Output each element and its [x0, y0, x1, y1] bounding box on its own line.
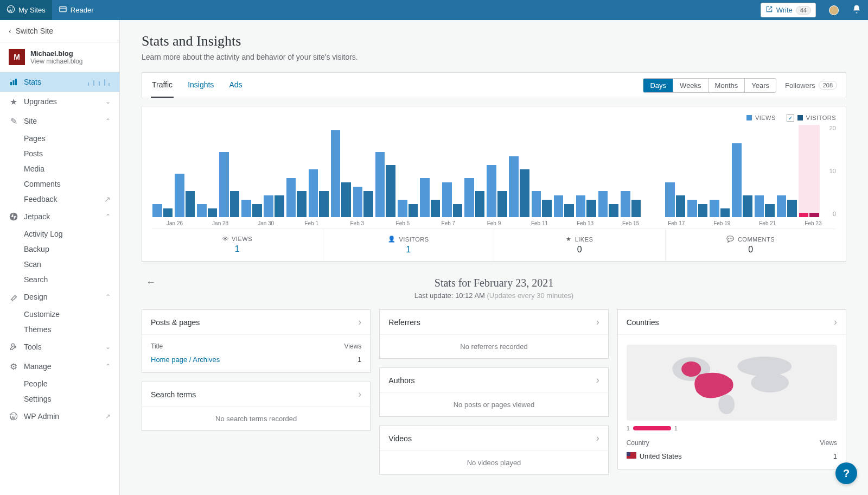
sidebar-item-media[interactable]: Media: [0, 161, 119, 176]
y-axis: 20 10 0: [820, 125, 836, 217]
legend-visitors[interactable]: ✓VISITORS: [787, 114, 836, 122]
panel-posts-pages: Posts & pages› TitleViews Home page / Ar…: [142, 309, 371, 373]
pencil-icon: ✎: [9, 116, 18, 126]
sidebar-item-feedback[interactable]: Feedback↗: [0, 192, 119, 207]
world-map[interactable]: [627, 345, 837, 421]
chart-day-column[interactable]: [598, 125, 619, 217]
chart-day-column[interactable]: [642, 125, 663, 217]
chart-day-column[interactable]: [553, 125, 575, 217]
chevron-right-icon: ›: [358, 316, 361, 328]
sidebar-item-activity-log[interactable]: Activity Log: [0, 226, 119, 242]
sidebar-item-comments[interactable]: Comments: [0, 176, 119, 192]
table-row[interactable]: United States1: [627, 449, 837, 464]
sidebar-item-pages[interactable]: Pages: [0, 131, 119, 146]
help-button[interactable]: ?: [835, 462, 857, 484]
chart-day-column[interactable]: [709, 125, 730, 217]
chart-day-column[interactable]: [353, 125, 374, 217]
legend-views[interactable]: VIEWS: [746, 115, 776, 121]
chart-day-column[interactable]: [731, 125, 752, 217]
chart-day-column[interactable]: [196, 125, 218, 217]
sidebar-item-site[interactable]: ✎ Site ⌃: [0, 111, 119, 131]
chart-day-column[interactable]: [486, 125, 507, 217]
range-days[interactable]: Days: [643, 79, 673, 92]
chart-day-column[interactable]: [286, 125, 307, 217]
empty-state: No posts or pages viewed: [380, 393, 608, 416]
chart-day-column[interactable]: [687, 125, 708, 217]
chart-day-column[interactable]: [531, 125, 552, 217]
sidebar-item-settings[interactable]: Settings: [0, 391, 119, 407]
chart-day-column[interactable]: [219, 125, 240, 217]
chart-day-column[interactable]: [776, 125, 797, 217]
svg-rect-3: [10, 82, 12, 85]
svg-rect-4: [13, 80, 15, 85]
chart-day-column[interactable]: [375, 125, 396, 217]
chart-day-column[interactable]: [174, 125, 195, 217]
sidebar-item-tools[interactable]: Tools ⌄: [0, 337, 119, 357]
sidebar-item-manage[interactable]: ⚙ Manage ⌃: [0, 357, 119, 376]
chart-day-column[interactable]: [308, 125, 329, 217]
panel-authors: Authors› No posts or pages viewed: [379, 367, 608, 417]
tab-traffic[interactable]: Traffic: [151, 73, 174, 98]
bar-chart[interactable]: [152, 125, 820, 217]
chart-day-column[interactable]: [152, 125, 173, 217]
back-arrow-button[interactable]: ←: [146, 277, 156, 288]
chart-day-column[interactable]: [397, 125, 418, 217]
masterbar-reader-label: Reader: [71, 6, 94, 14]
sidebar-item-people[interactable]: People: [0, 376, 119, 391]
followers-label: Followers: [785, 81, 815, 90]
panel-header[interactable]: Search terms›: [142, 382, 370, 407]
sidebar-item-wp-admin[interactable]: WP Admin ↗: [0, 407, 119, 426]
panel-header[interactable]: Authors›: [380, 368, 608, 393]
chart-day-column[interactable]: [442, 125, 463, 217]
followers-link[interactable]: Followers 208: [785, 81, 837, 90]
sidebar-item-upgrades[interactable]: ★ Upgrades ⌄: [0, 92, 119, 111]
panel-countries: Countries› 11: [617, 309, 846, 469]
chart-day-column[interactable]: [241, 125, 262, 217]
chevron-left-icon: ‹: [9, 27, 11, 35]
chart-day-column[interactable]: [576, 125, 597, 217]
panel-header[interactable]: Referrers›: [380, 310, 608, 335]
sidebar-item-themes[interactable]: Themes: [0, 322, 119, 337]
panel-header[interactable]: Videos›: [380, 426, 608, 451]
chart-day-column[interactable]: [799, 125, 820, 217]
chart-day-column[interactable]: [665, 125, 686, 217]
sidebar-item-label: Site: [24, 117, 37, 125]
chart-day-column[interactable]: [464, 125, 485, 217]
sidebar-item-scan[interactable]: Scan: [0, 257, 119, 272]
masterbar-avatar[interactable]: [822, 0, 845, 20]
chart-day-column[interactable]: [263, 125, 284, 217]
chart-day-column[interactable]: [754, 125, 775, 217]
chart-day-column[interactable]: [330, 125, 352, 217]
metric-likes[interactable]: ★LIKES 0: [494, 229, 666, 261]
switch-site-button[interactable]: ‹ Switch Site: [0, 20, 119, 42]
range-weeks[interactable]: Weeks: [673, 79, 709, 92]
metric-visitors[interactable]: 👤VISITORS 1: [323, 229, 495, 261]
table-row[interactable]: Home page / Archives1: [151, 352, 361, 367]
sidebar-item-posts[interactable]: Posts: [0, 146, 119, 161]
range-months[interactable]: Months: [709, 79, 745, 92]
sidebar-item-stats[interactable]: Stats: [0, 72, 119, 92]
tab-ads[interactable]: Ads: [228, 73, 243, 98]
chart-day-column[interactable]: [419, 125, 441, 217]
sidebar-item-search[interactable]: Search: [0, 272, 119, 287]
sidebar-item-customize[interactable]: Customize: [0, 307, 119, 322]
person-icon: 👤: [388, 236, 396, 243]
masterbar-notifications[interactable]: [845, 0, 868, 20]
masterbar-my-sites[interactable]: My Sites: [0, 0, 52, 20]
chart-day-column[interactable]: [509, 125, 530, 217]
panel-header[interactable]: Countries›: [618, 310, 846, 335]
sidebar-item-backup[interactable]: Backup: [0, 242, 119, 257]
external-link-icon: ↗: [104, 195, 111, 204]
tab-insights[interactable]: Insights: [187, 73, 215, 98]
panel-header[interactable]: Posts & pages›: [142, 310, 370, 335]
masterbar-reader[interactable]: Reader: [52, 0, 100, 20]
metric-views[interactable]: 👁VIEWS 1: [152, 229, 323, 261]
sidebar-item-jetpack[interactable]: Jetpack ⌃: [0, 207, 119, 226]
site-info[interactable]: M Michael.blog View michael.blog: [0, 42, 119, 72]
reader-icon: [59, 5, 67, 15]
metric-comments[interactable]: 💬COMMENTS 0: [666, 229, 837, 261]
range-years[interactable]: Years: [745, 79, 776, 92]
sidebar-item-design[interactable]: Design ⌃: [0, 287, 119, 307]
chart-day-column[interactable]: [620, 125, 641, 217]
masterbar-write[interactable]: Write 44: [754, 0, 822, 20]
